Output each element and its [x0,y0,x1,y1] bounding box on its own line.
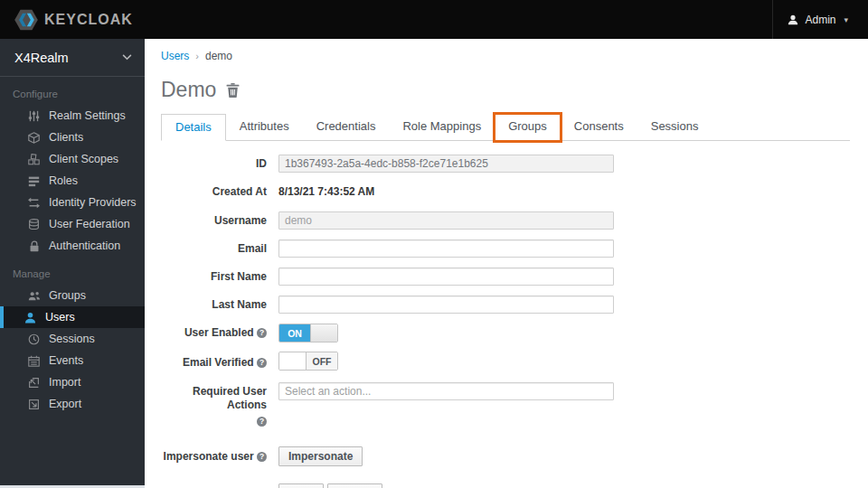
id-input[interactable] [278,155,614,173]
tab-details[interactable]: Details [161,114,226,141]
help-icon[interactable]: ? [257,328,267,338]
realm-name: X4Realm [14,51,69,65]
breadcrumb-separator-icon: › [195,51,199,61]
tab-bar: Details Attributes Credentials Role Mapp… [161,114,850,141]
sidebar-item-label: Users [45,311,75,324]
impersonate-button[interactable]: Impersonate [278,446,363,466]
email-label: Email [161,239,278,256]
toggle-off-label: OFF [307,352,337,370]
sidebar-item-roles[interactable]: Roles [0,170,145,192]
chevron-down-icon [122,52,132,62]
tab-groups[interactable]: Groups [495,114,561,141]
save-button[interactable]: Save [278,483,324,488]
list-icon [27,174,41,188]
sidebar-item-label: Roles [49,174,78,187]
first-name-label: First Name [161,267,278,284]
sidebar-item-label: Sessions [49,333,95,345]
email-verified-toggle[interactable]: OFF [278,352,338,371]
email-input[interactable] [278,239,614,258]
toggle-on-label: ON [279,324,310,342]
sidebar-heading-manage: Manage [13,268,145,279]
user-details-form: ID Created At 8/13/21 7:43:52 AM Usernam… [161,155,850,488]
first-name-input[interactable] [278,267,614,286]
sidebar-item-label: Clients [49,131,83,144]
admin-user-menu[interactable]: Admin ▾ [772,0,868,39]
sidebar-item-users[interactable]: Users [0,306,145,328]
realm-selector[interactable]: X4Realm [0,39,145,77]
user-enabled-toggle[interactable]: ON [278,324,338,343]
admin-label: Admin [805,14,835,26]
delete-user-trash-icon[interactable] [226,82,240,98]
sidebar-item-label: Groups [49,289,86,302]
calendar-icon [27,354,41,368]
breadcrumb: Users › demo [161,50,850,62]
sidebar: X4Realm Configure Realm Settings [0,39,145,485]
sidebar-item-label: User Federation [49,218,130,230]
help-icon[interactable]: ? [257,417,267,427]
sidebar-item-user-federation[interactable]: User Federation [0,213,145,235]
sidebar-item-label: Realm Settings [49,109,126,122]
sidebar-item-label: Client Scopes [49,153,118,165]
toggle-knob [279,352,307,370]
username-input[interactable] [278,211,614,230]
impersonate-user-label: Impersonate user ? [161,450,278,464]
sliders-icon [27,109,41,123]
last-name-input[interactable] [278,296,614,314]
tab-attributes[interactable]: Attributes [226,114,303,141]
clock-icon [27,333,41,346]
brand-text: KEYCLOAK [44,12,133,28]
sidebar-item-label: Import [49,376,80,389]
tab-credentials[interactable]: Credentials [303,114,390,141]
breadcrumb-users-link[interactable]: Users [161,50,189,62]
sidebar-heading-configure: Configure [13,89,145,99]
created-at-label: Created At [161,183,278,199]
tab-sessions[interactable]: Sessions [637,114,712,141]
database-icon [27,218,41,231]
breadcrumb-current: demo [205,50,232,62]
sidebar-item-label: Identity Providers [49,196,137,209]
required-user-actions-select[interactable] [278,382,614,400]
sidebar-item-sessions[interactable]: Sessions [0,328,145,350]
sidebar-item-identity-providers[interactable]: Identity Providers [0,192,145,213]
sidebar-item-authentication[interactable]: Authentication [0,235,145,257]
email-verified-label: Email Verified ? [161,356,278,370]
help-icon[interactable]: ? [257,358,267,368]
required-user-actions-label: Required User Actions ? [161,382,278,428]
sidebar-item-groups[interactable]: Groups [0,285,145,306]
sidebar-item-export[interactable]: Export [0,393,145,415]
sidebar-item-import[interactable]: Import [0,371,145,393]
page-title: Demo [161,78,216,102]
user-icon [24,311,37,324]
top-bar: KEYCLOAK Admin ▾ [0,0,868,39]
caret-down-icon: ▾ [844,15,848,24]
import-icon [27,376,41,389]
sidebar-item-events[interactable]: Events [0,350,145,371]
username-label: Username [161,211,278,228]
person-icon [788,14,798,25]
cancel-button[interactable]: Cancel [327,483,382,488]
help-icon[interactable]: ? [257,452,267,462]
cubes-icon [27,153,41,166]
cube-icon [27,131,41,145]
exchange-icon [27,196,41,210]
main-content: Users › demo Demo Details Attributes Cre… [145,39,868,488]
tab-role-mappings[interactable]: Role Mappings [389,114,495,141]
export-icon [27,398,41,411]
user-enabled-label: User Enabled ? [161,326,278,340]
id-label: ID [161,155,278,171]
keycloak-logo-icon [14,9,38,31]
keycloak-logo[interactable]: KEYCLOAK [14,9,133,31]
sidebar-item-clients[interactable]: Clients [0,127,145,148]
last-name-label: Last Name [161,296,278,312]
sidebar-item-label: Events [49,354,83,367]
sidebar-item-label: Export [49,398,81,410]
sidebar-item-label: Authentication [49,239,120,252]
lock-icon [27,239,41,253]
users-icon [27,289,41,303]
sidebar-item-client-scopes[interactable]: Client Scopes [0,148,145,170]
created-at-value: 8/13/21 7:43:52 AM [278,183,614,198]
tab-consents[interactable]: Consents [561,114,637,141]
sidebar-item-realm-settings[interactable]: Realm Settings [0,105,145,127]
toggle-knob [310,324,337,342]
